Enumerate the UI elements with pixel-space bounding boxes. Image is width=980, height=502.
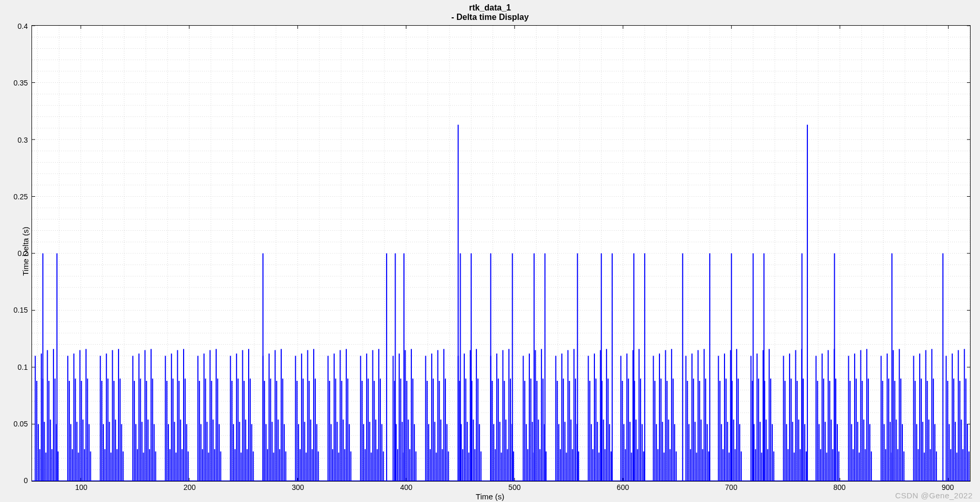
x-tick-label: 200 [184,483,196,492]
x-axis-label: Time (s) [0,492,980,501]
y-tick-label: 0.35 [14,79,28,87]
chart-title: rtk_data_1 [0,3,980,13]
x-tick-label: 900 [942,483,954,492]
y-tick-label: 0.1 [18,363,28,371]
y-tick-label: 0 [24,476,28,485]
chart-subtitle: - Delta time Display [0,13,980,22]
y-tick-label: 0.15 [14,306,28,314]
figure: rtk_data_1 - Delta time Display Time Del… [0,0,980,502]
x-tick-label: 800 [834,483,846,492]
x-tick-label: 300 [292,483,304,492]
y-tick-label: 0.25 [14,193,28,201]
axes[interactable]: 10020030040050060070080090000.050.10.150… [31,25,971,482]
y-tick-label: 0.05 [14,420,28,428]
x-tick-label: 500 [508,483,520,492]
y-tick-label: 0.3 [18,136,28,144]
chart-title-block: rtk_data_1 - Delta time Display [0,3,980,22]
x-tick-label: 700 [725,483,737,492]
y-tick-label: 0.2 [18,249,28,258]
y-tick-label: 0.4 [18,22,28,30]
x-tick-label: 100 [75,483,87,492]
plot-area [32,26,970,481]
x-tick-label: 400 [400,483,412,492]
x-tick-label: 600 [617,483,629,492]
